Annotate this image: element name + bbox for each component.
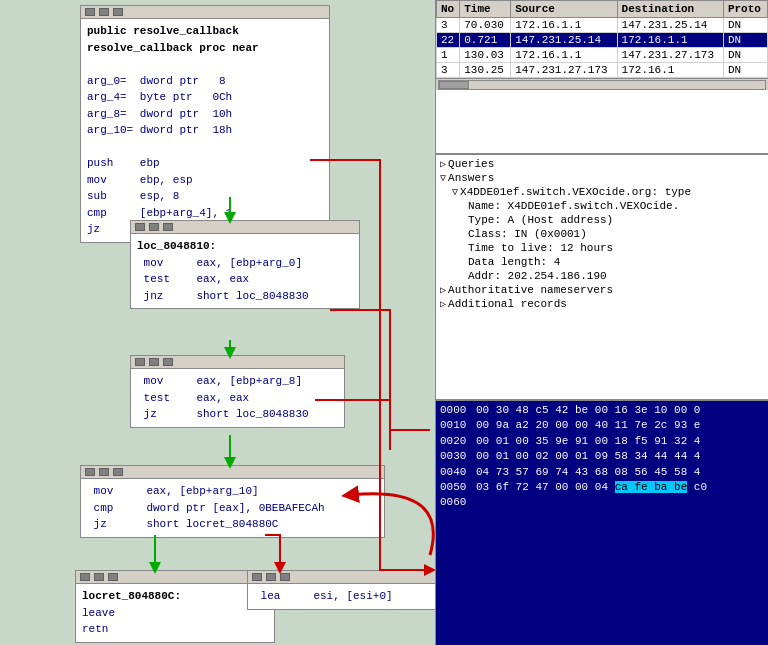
- block-body-bot-left: locret_804880C: leave retn: [76, 584, 274, 642]
- cell-src: 172.16.1.1: [511, 48, 617, 63]
- additional-label: Additional records: [448, 298, 567, 310]
- hex-row-3: 0030 00 01 00 02 00 01 09 58 34 44 44 4: [440, 449, 764, 464]
- dns-ttl-item: Time to live: 12 hours: [436, 241, 768, 255]
- hex-offset-5: 0050: [440, 480, 472, 495]
- hex-row-0: 0000 00 30 48 c5 42 be 00 16 3e 10 00 0: [440, 403, 764, 418]
- answers-label: Answers: [448, 172, 494, 184]
- dns-class-label: Class: IN (0x0001): [468, 228, 587, 240]
- cell-time: 70.030: [460, 18, 511, 33]
- block-icon-m3-1: [85, 468, 95, 476]
- additional-expand-icon[interactable]: ▷: [440, 298, 446, 310]
- network-panel: No Time Source Destination Proto 3 70.03…: [435, 0, 768, 645]
- hex-row-6: 0060: [440, 495, 764, 510]
- queries-item[interactable]: ▷ Queries: [436, 157, 768, 171]
- block-icon-m2-1: [135, 358, 145, 366]
- dns-entry-expand-icon[interactable]: ▽: [452, 186, 458, 198]
- table-hscrollbar[interactable]: [436, 78, 768, 90]
- auth-item[interactable]: ▷ Authoritative nameservers: [436, 283, 768, 297]
- hex-bytes-1: 00 9a a2 20 00 00 40 11 7e 2c 93 e: [476, 418, 764, 433]
- asm-block-mid3: mov eax, [ebp+arg_10] cmp dword ptr [eax…: [80, 465, 385, 538]
- dns-class-item: Class: IN (0x0001): [436, 227, 768, 241]
- dns-name-label: Name: X4DDE01ef.switch.VEXOcide.: [468, 200, 679, 212]
- dns-tree-panel: ▷ Queries ▽ Answers ▽ X4DDE01ef.switch.V…: [436, 155, 768, 401]
- cell-time: 130.03: [460, 48, 511, 63]
- auth-expand-icon[interactable]: ▷: [440, 284, 446, 296]
- block-header-mid3: [81, 466, 384, 479]
- packet-table-container: No Time Source Destination Proto 3 70.03…: [436, 0, 768, 155]
- hex-row-4: 0040 04 73 57 69 74 43 68 08 56 45 58 4: [440, 465, 764, 480]
- hex-offset-1: 0010: [440, 418, 472, 433]
- block-header-top: [81, 6, 329, 19]
- cell-time: 0.721: [460, 33, 511, 48]
- cell-no: 3: [437, 18, 460, 33]
- table-row-selected[interactable]: 22 0.721 147.231.25.14 172.16.1.1 DN: [437, 33, 768, 48]
- table-row[interactable]: 1 130.03 172.16.1.1 147.231.27.173 DN: [437, 48, 768, 63]
- hex-bytes-4: 04 73 57 69 74 43 68 08 56 45 58 4: [476, 465, 764, 480]
- col-time: Time: [460, 1, 511, 18]
- cell-time: 130.25: [460, 63, 511, 78]
- hex-bytes-6: [476, 495, 764, 510]
- hex-bytes-0: 00 30 48 c5 42 be 00 16 3e 10 00 0: [476, 403, 764, 418]
- dns-addr-item: Addr: 202.254.186.190: [436, 269, 768, 283]
- cell-dst: 147.231.25.14: [617, 18, 723, 33]
- block-icon-br-3: [280, 573, 290, 581]
- additional-item[interactable]: ▷ Additional records: [436, 297, 768, 311]
- answers-expand-icon[interactable]: ▽: [440, 172, 446, 184]
- cell-no: 1: [437, 48, 460, 63]
- dns-length-item: Data length: 4: [436, 255, 768, 269]
- block-icon-bl-2: [94, 573, 104, 581]
- cell-proto: DN: [723, 63, 767, 78]
- dns-name-item: Name: X4DDE01ef.switch.VEXOcide.: [436, 199, 768, 213]
- block-icon-m2-2: [149, 358, 159, 366]
- dns-length-label: Data length: 4: [468, 256, 560, 268]
- block-icon-m1-1: [135, 223, 145, 231]
- hex-row-2: 0020 00 01 00 35 9e 91 00 18 f5 91 32 4: [440, 434, 764, 449]
- cell-proto: DN: [723, 48, 767, 63]
- block-body-top: public resolve_callback resolve_callback…: [81, 19, 329, 242]
- col-destination: Destination: [617, 1, 723, 18]
- cell-no: 22: [437, 33, 460, 48]
- cell-dst: 172.16.1.1: [617, 33, 723, 48]
- block-icon-1: [85, 8, 95, 16]
- block-body-mid3: mov eax, [ebp+arg_10] cmp dword ptr [eax…: [81, 479, 384, 537]
- cell-no: 3: [437, 63, 460, 78]
- block-icon-m1-2: [149, 223, 159, 231]
- hex-row-5: 0050 03 6f 72 47 00 00 04 ca fe ba be c0: [440, 480, 764, 495]
- dns-entry-item[interactable]: ▽ X4DDE01ef.switch.VEXOcide.org: type: [436, 185, 768, 199]
- cell-src: 147.231.25.14: [511, 33, 617, 48]
- hex-bytes-3: 00 01 00 02 00 01 09 58 34 44 44 4: [476, 449, 764, 464]
- block-icon-br-2: [266, 573, 276, 581]
- table-row[interactable]: 3 130.25 147.231.27.173 172.16.1 DN: [437, 63, 768, 78]
- block-icon-bl-3: [108, 573, 118, 581]
- col-source: Source: [511, 1, 617, 18]
- asm-block-mid1: loc_8048810: mov eax, [ebp+arg_0] test e…: [130, 220, 360, 309]
- block-icon-bl-1: [80, 573, 90, 581]
- block-icon-2: [99, 8, 109, 16]
- block-icon-m1-3: [163, 223, 173, 231]
- block-header-bot-left: [76, 571, 274, 584]
- block-icon-3: [113, 8, 123, 16]
- hex-bytes-5: 03 6f 72 47 00 00 04 ca fe ba be c0: [476, 480, 764, 495]
- cell-proto: DN: [723, 33, 767, 48]
- queries-expand-icon[interactable]: ▷: [440, 158, 446, 170]
- hex-offset-0: 0000: [440, 403, 472, 418]
- cell-src: 172.16.1.1: [511, 18, 617, 33]
- table-header-row: No Time Source Destination Proto: [437, 1, 768, 18]
- block-icon-m3-2: [99, 468, 109, 476]
- hex-dump-panel: 0000 00 30 48 c5 42 be 00 16 3e 10 00 0 …: [436, 401, 768, 645]
- block-header-mid1: [131, 221, 359, 234]
- dns-ttl-label: Time to live: 12 hours: [468, 242, 613, 254]
- block-icon-m2-3: [163, 358, 173, 366]
- dns-addr-label: Addr: 202.254.186.190: [468, 270, 607, 282]
- dns-type-item: Type: A (Host address): [436, 213, 768, 227]
- cell-dst: 172.16.1: [617, 63, 723, 78]
- answers-item[interactable]: ▽ Answers: [436, 171, 768, 185]
- hex-offset-6: 0060: [440, 495, 472, 510]
- hex-offset-4: 0040: [440, 465, 472, 480]
- hex-row-1: 0010 00 9a a2 20 00 00 40 11 7e 2c 93 e: [440, 418, 764, 433]
- hscroll-thumb: [439, 81, 469, 89]
- table-row[interactable]: 3 70.030 172.16.1.1 147.231.25.14 DN: [437, 18, 768, 33]
- asm-block-bot-left: locret_804880C: leave retn: [75, 570, 275, 643]
- dns-entry-label: X4DDE01ef.switch.VEXOcide.org: type: [460, 186, 691, 198]
- asm-block-top: public resolve_callback resolve_callback…: [80, 5, 330, 243]
